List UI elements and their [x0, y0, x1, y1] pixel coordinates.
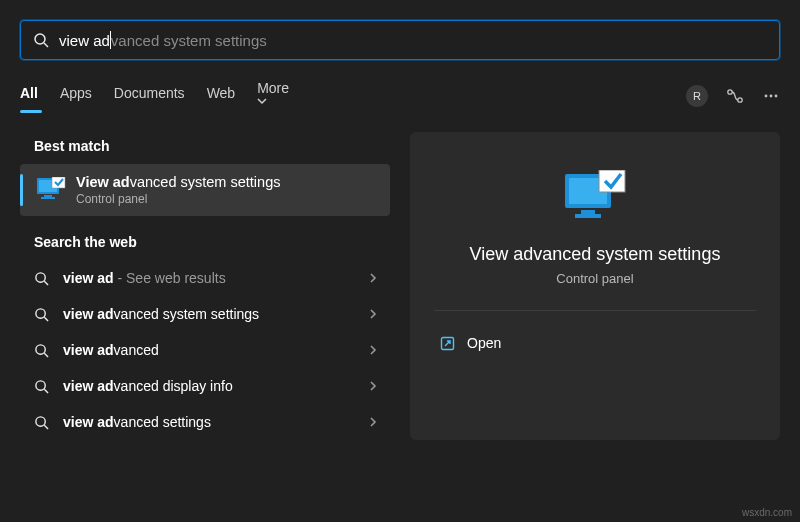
svg-rect-10	[41, 197, 55, 199]
best-match-heading: Best match	[34, 138, 390, 154]
svg-point-4	[765, 95, 768, 98]
content-area: Best match View advanced system settings…	[0, 114, 800, 440]
web-result-item[interactable]: view advanced settings	[20, 404, 390, 440]
preview-title: View advanced system settings	[434, 244, 756, 265]
search-icon	[34, 307, 49, 322]
tab-more-label: More	[257, 80, 289, 96]
best-match-subtitle: Control panel	[76, 192, 280, 206]
search-icon	[33, 32, 49, 48]
svg-line-15	[44, 317, 48, 321]
svg-rect-26	[599, 170, 625, 192]
search-web-heading: Search the web	[34, 234, 390, 250]
svg-point-12	[36, 272, 45, 281]
web-result-item[interactable]: view advanced display info	[20, 368, 390, 404]
svg-point-6	[775, 95, 778, 98]
svg-rect-9	[44, 195, 52, 197]
svg-rect-25	[575, 214, 601, 218]
search-icon	[34, 343, 49, 358]
user-avatar[interactable]: R	[686, 85, 708, 107]
svg-rect-24	[581, 210, 595, 214]
chevron-right-icon	[368, 380, 378, 392]
search-bar[interactable]: view advanced system settings	[20, 20, 780, 60]
more-options-icon[interactable]	[762, 87, 780, 105]
chevron-right-icon	[368, 308, 378, 320]
chevron-right-icon	[368, 272, 378, 284]
monitor-check-icon	[36, 177, 66, 203]
open-action[interactable]: Open	[434, 327, 756, 359]
chevron-right-icon	[368, 416, 378, 428]
best-match-text: View advanced system settings Control pa…	[76, 174, 280, 206]
svg-point-2	[728, 90, 732, 94]
svg-point-0	[35, 34, 45, 44]
search-input[interactable]: view advanced system settings	[59, 31, 267, 49]
web-result-text: view advanced settings	[63, 414, 368, 430]
preview-pane: View advanced system settings Control pa…	[410, 132, 780, 440]
svg-line-21	[44, 425, 48, 429]
watermark: wsxdn.com	[742, 507, 792, 518]
best-match-title: View advanced system settings	[76, 174, 280, 190]
tab-apps[interactable]: Apps	[60, 85, 92, 107]
svg-point-3	[738, 98, 742, 102]
tab-more[interactable]: More	[257, 80, 293, 112]
svg-point-14	[36, 308, 45, 317]
filter-tabs: All Apps Documents Web More	[20, 80, 293, 112]
chevron-down-icon	[257, 96, 293, 106]
chevron-right-icon	[368, 344, 378, 356]
svg-line-13	[44, 281, 48, 285]
open-label: Open	[467, 335, 501, 351]
search-autocomplete-text: vanced system settings	[111, 32, 267, 49]
flow-icon[interactable]	[726, 87, 744, 105]
open-external-icon	[440, 336, 455, 351]
svg-rect-11	[52, 177, 65, 188]
divider	[434, 310, 756, 311]
tab-documents[interactable]: Documents	[114, 85, 185, 107]
svg-point-18	[36, 380, 45, 389]
preview-subtitle: Control panel	[434, 271, 756, 286]
tab-all[interactable]: All	[20, 85, 38, 107]
web-result-text: view advanced system settings	[63, 306, 368, 322]
top-actions: R	[686, 85, 780, 107]
search-icon	[34, 271, 49, 286]
svg-line-19	[44, 389, 48, 393]
web-result-item[interactable]: view advanced system settings	[20, 296, 390, 332]
svg-point-20	[36, 416, 45, 425]
search-icon	[34, 415, 49, 430]
svg-line-17	[44, 353, 48, 357]
filter-tabs-row: All Apps Documents Web More R	[0, 78, 800, 114]
svg-line-1	[44, 43, 48, 47]
web-result-item[interactable]: view ad - See web results	[20, 260, 390, 296]
search-icon	[34, 379, 49, 394]
web-result-item[interactable]: view advanced	[20, 332, 390, 368]
web-result-text: view advanced	[63, 342, 368, 358]
tab-web[interactable]: Web	[207, 85, 236, 107]
monitor-check-icon-large	[563, 170, 627, 226]
best-match-result[interactable]: View advanced system settings Control pa…	[20, 164, 390, 216]
search-typed-text: view ad	[59, 32, 110, 49]
svg-point-16	[36, 344, 45, 353]
results-column: Best match View advanced system settings…	[20, 132, 390, 440]
web-results-list: view ad - See web resultsview advanced s…	[20, 260, 390, 440]
web-result-text: view advanced display info	[63, 378, 368, 394]
web-result-text: view ad - See web results	[63, 270, 368, 286]
svg-point-5	[770, 95, 773, 98]
